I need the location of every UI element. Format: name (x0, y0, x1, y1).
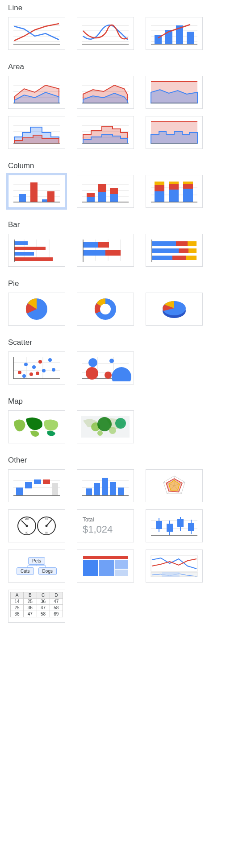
table-cell: 47 (37, 605, 50, 611)
svg-rect-182 (178, 520, 183, 527)
chart-type-pie[interactable] (8, 293, 65, 326)
svg-rect-97 (179, 248, 188, 253)
chart-type-column[interactable] (8, 175, 65, 208)
svg-rect-63 (110, 188, 118, 194)
svg-point-133 (109, 359, 114, 363)
treemap-chart-icon (79, 553, 131, 579)
svg-rect-152 (102, 478, 108, 496)
area-chart-icon (11, 79, 63, 106)
chart-type-stacked-stepped-area[interactable] (77, 116, 134, 149)
chart-type-smooth-line[interactable] (77, 17, 134, 50)
svg-rect-74 (183, 184, 193, 189)
chart-type-table[interactable]: A B C D 14 25 36 47 25 36 47 (8, 590, 65, 623)
table-cell: 25 (11, 605, 24, 611)
chart-type-geo[interactable] (8, 410, 65, 443)
table-cell: 36 (37, 599, 50, 605)
svg-rect-93 (152, 241, 176, 246)
section-title-pie: Pie (8, 279, 251, 288)
column-chart-icon (11, 178, 63, 205)
svg-rect-94 (176, 241, 188, 246)
chart-type-100-stacked-area[interactable] (146, 76, 203, 109)
svg-rect-89 (98, 242, 109, 248)
svg-rect-70 (169, 190, 179, 202)
svg-point-138 (115, 418, 126, 429)
combo-chart-icon (148, 20, 200, 47)
section-pie: Pie (8, 279, 251, 326)
svg-rect-150 (86, 488, 92, 496)
svg-point-137 (109, 427, 116, 434)
full-stacked-column-chart-icon (148, 178, 200, 205)
svg-rect-96 (152, 248, 179, 253)
stacked-column-chart-icon (79, 178, 131, 205)
chart-type-100-stacked-stepped-area[interactable] (146, 116, 203, 149)
chart-type-scatter[interactable] (8, 351, 65, 384)
scorecard-chart-icon: Total $1,024 (77, 510, 134, 542)
org-chart-icon: Pets Cats Dogs (8, 550, 65, 582)
svg-rect-184 (188, 523, 194, 530)
svg-point-167 (26, 525, 28, 527)
svg-rect-58 (87, 197, 95, 202)
chart-type-geo-markers[interactable] (77, 410, 134, 443)
svg-point-123 (36, 372, 39, 375)
chart-type-100-stacked-column[interactable] (146, 175, 203, 208)
svg-rect-153 (110, 482, 116, 496)
section-column: Column (8, 161, 251, 208)
chart-type-scorecard[interactable]: Total $1,024 (77, 509, 134, 542)
svg-rect-90 (83, 250, 105, 256)
chart-type-timeline[interactable] (146, 550, 203, 583)
svg-rect-68 (155, 185, 164, 191)
chart-type-treemap[interactable] (77, 550, 134, 583)
svg-rect-71 (169, 184, 179, 190)
svg-rect-190 (83, 556, 128, 559)
grid-bar (8, 234, 251, 267)
svg-rect-83 (14, 257, 53, 261)
table-cell: 14 (11, 599, 24, 605)
chart-type-area[interactable] (8, 76, 65, 109)
section-map: Map (8, 397, 251, 443)
svg-rect-191 (83, 560, 98, 576)
chart-type-histogram[interactable] (77, 469, 134, 502)
chart-type-stacked-column[interactable] (77, 175, 134, 208)
chart-type-line[interactable] (8, 17, 65, 50)
chart-type-100-stacked-bar[interactable] (146, 234, 203, 267)
gauge-chart-icon: Jan 80 Fe 55 (11, 513, 63, 539)
svg-point-122 (22, 374, 26, 378)
svg-rect-197 (162, 572, 180, 577)
table-chart-icon: A B C D 14 25 36 47 25 36 47 (8, 590, 65, 622)
svg-rect-82 (14, 252, 34, 256)
scatter-chart-icon (11, 355, 63, 381)
table-header: D (50, 592, 63, 599)
chart-type-radar[interactable] (146, 469, 203, 502)
svg-rect-67 (155, 191, 164, 202)
svg-rect-99 (152, 256, 172, 260)
chart-type-doughnut[interactable] (77, 293, 134, 326)
svg-rect-88 (83, 242, 98, 248)
candlestick-chart-icon (148, 513, 200, 539)
table-cell: 47 (24, 611, 37, 617)
svg-rect-80 (14, 241, 28, 245)
bar-chart-icon (11, 237, 63, 264)
svg-rect-69 (155, 182, 164, 185)
svg-point-120 (48, 358, 52, 362)
chart-type-3d-pie[interactable] (146, 293, 203, 326)
scorecard-label: Total (83, 517, 94, 523)
chart-type-bubble[interactable] (77, 351, 134, 384)
chart-type-bar[interactable] (8, 234, 65, 267)
chart-type-waterfall[interactable] (8, 469, 65, 502)
chart-type-stacked-bar[interactable] (77, 234, 134, 267)
grid-pie (8, 293, 251, 326)
chart-type-org[interactable]: Pets Cats Dogs (8, 550, 65, 583)
pie-3d-chart-icon (148, 296, 200, 322)
chart-type-stepped-area[interactable] (8, 116, 65, 149)
chart-type-gauge[interactable]: Jan 80 Fe 55 (8, 509, 65, 542)
svg-text:Jan: Jan (25, 517, 29, 520)
section-line: Line (8, 4, 251, 50)
svg-point-129 (88, 358, 97, 367)
svg-rect-75 (183, 182, 193, 184)
bubble-chart-icon (79, 355, 131, 381)
chart-type-candlestick[interactable] (146, 509, 203, 542)
svg-point-115 (24, 363, 28, 366)
full-stacked-area-chart-icon (148, 79, 200, 106)
chart-type-combo[interactable] (146, 17, 203, 50)
chart-type-stacked-area[interactable] (77, 76, 134, 109)
